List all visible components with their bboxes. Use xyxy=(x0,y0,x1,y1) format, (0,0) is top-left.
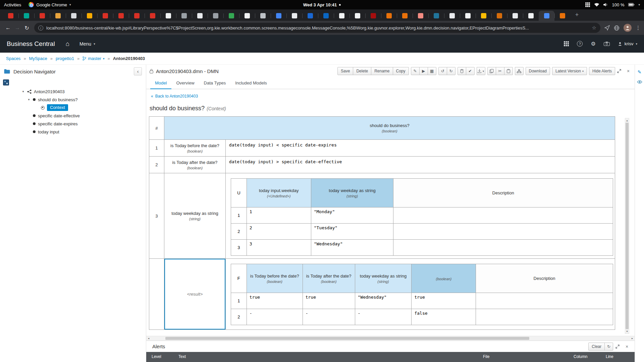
collapse-panel-button[interactable]: ‹ xyxy=(134,67,142,75)
browser-tab[interactable] xyxy=(318,11,334,21)
rule-output-cell[interactable]: "Tuesday" xyxy=(311,224,394,240)
scrollbar-thumb[interactable] xyxy=(626,123,629,329)
rule-description-cell[interactable] xyxy=(476,293,613,309)
column-column[interactable]: Column xyxy=(574,354,606,359)
play-icon[interactable]: ▶ xyxy=(419,67,428,75)
site-info-icon[interactable]: i xyxy=(38,25,43,31)
rule-input-cell[interactable]: - xyxy=(247,309,303,325)
validate-icon[interactable]: ✔ xyxy=(466,67,475,75)
avatar[interactable] xyxy=(624,24,632,32)
wifi-icon[interactable] xyxy=(594,3,599,7)
scrollbar-track[interactable] xyxy=(151,336,630,341)
volume-icon[interactable] xyxy=(603,3,608,7)
tree-item-context[interactable]: Context xyxy=(0,104,146,112)
redo-icon[interactable]: ↻ xyxy=(447,67,455,75)
user-menu[interactable]: krisv ▾ xyxy=(618,41,637,46)
graphs-icon[interactable] xyxy=(3,79,9,85)
browser-tab[interactable] xyxy=(381,11,397,21)
copy-button[interactable]: Copy xyxy=(393,67,409,75)
vertical-scrollbar[interactable]: ▴ ▾ xyxy=(625,118,629,334)
grid-header-cell[interactable]: should do business? (boolean) xyxy=(164,117,615,140)
close-icon[interactable]: × xyxy=(624,344,630,349)
undo-icon[interactable]: ↺ xyxy=(438,67,447,75)
edit-icon[interactable]: ✎ xyxy=(411,67,420,75)
grid-icon[interactable]: ▦ xyxy=(428,67,436,75)
browser-tab[interactable] xyxy=(554,11,570,21)
browser-tab[interactable] xyxy=(66,11,82,21)
rule-input-cell[interactable]: "Wednesday" xyxy=(355,293,412,309)
tree-item-root[interactable]: ▾ Anton20190403 xyxy=(0,87,146,96)
rule-input-cell[interactable]: true xyxy=(303,293,355,309)
caret-down-icon[interactable]: ▾ xyxy=(21,90,25,93)
brand-title[interactable]: Business Central xyxy=(7,40,55,48)
help-icon[interactable]: ? xyxy=(577,41,583,47)
browser-tab[interactable] xyxy=(507,11,523,21)
export-icon[interactable]: ▾ xyxy=(477,67,485,75)
caret-down-icon[interactable]: ▾ xyxy=(27,98,31,101)
input-column-header[interactable]: is Today after the date? (boolean) xyxy=(303,264,355,293)
battery-icon[interactable] xyxy=(628,3,634,6)
rule-output-cell[interactable]: true xyxy=(412,293,476,309)
clear-alerts-button[interactable]: Clear xyxy=(588,343,605,351)
browser-tab[interactable] xyxy=(476,11,491,21)
entry-expression-cell[interactable]: date(today input) > specific date-effect… xyxy=(226,157,615,173)
address-bar[interactable]: i localhost:8080/business-central/kie-wb… xyxy=(34,23,600,33)
tab-model[interactable]: Model xyxy=(150,77,171,89)
paste-icon[interactable] xyxy=(504,67,513,75)
tab-included-models[interactable]: Included Models xyxy=(230,77,272,89)
hit-policy-cell[interactable]: U xyxy=(231,179,247,207)
browser-tab[interactable] xyxy=(350,11,365,21)
cut-icon[interactable]: ✂ xyxy=(496,67,504,75)
browser-tab[interactable] xyxy=(223,11,239,21)
browser-tab[interactable] xyxy=(160,11,176,21)
browser-tab[interactable] xyxy=(129,11,145,21)
breadcrumb-spaces[interactable]: Spaces xyxy=(6,56,20,61)
rule-output-cell[interactable]: "Monday" xyxy=(311,207,394,224)
browser-tab[interactable] xyxy=(113,11,129,21)
browser-tab[interactable] xyxy=(286,11,302,21)
reload-button[interactable]: ↻ xyxy=(22,23,32,33)
browser-tab[interactable] xyxy=(413,11,428,21)
rename-button[interactable]: Rename xyxy=(371,67,393,75)
eye-icon[interactable] xyxy=(637,80,642,84)
browser-tab[interactable] xyxy=(365,11,381,21)
send-icon[interactable] xyxy=(604,25,610,31)
entry-name-cell[interactable]: is Today after the date? (boolean) xyxy=(164,157,226,173)
result-cell[interactable]: <result> xyxy=(164,259,226,330)
rule-input-cell[interactable]: true xyxy=(247,293,303,309)
sitemap-icon[interactable] xyxy=(515,67,524,75)
refresh-icon[interactable]: ↻ xyxy=(604,343,613,351)
browser-tab[interactable] xyxy=(97,11,113,21)
tab-data-types[interactable]: Data Types xyxy=(199,77,231,89)
rule-description-cell[interactable] xyxy=(476,309,613,325)
scroll-left-icon[interactable]: ◂ xyxy=(146,337,151,340)
workspace-grid-icon[interactable] xyxy=(585,2,590,7)
rule-input-cell[interactable]: 3 xyxy=(247,240,311,256)
tab-overview[interactable]: Overview xyxy=(171,77,199,89)
expand-icon[interactable] xyxy=(615,345,622,349)
browser-tab[interactable] xyxy=(428,11,444,21)
gear-icon[interactable]: ⚙ xyxy=(591,41,595,47)
back-link[interactable]: « Back to Anton20190403 xyxy=(151,94,198,99)
input-column-header[interactable]: is Today before the date? (boolean) xyxy=(247,264,303,293)
scroll-down-icon[interactable]: ▾ xyxy=(625,329,629,334)
properties-pencil-icon[interactable]: ✎ xyxy=(638,69,642,75)
browser-tab[interactable] xyxy=(176,11,192,21)
browser-tab[interactable] xyxy=(145,11,160,21)
rule-input-cell[interactable]: 2 xyxy=(247,224,311,240)
browser-tab[interactable] xyxy=(491,11,507,21)
column-level[interactable]: Level xyxy=(146,354,178,359)
chevron-down-icon[interactable]: ▾ xyxy=(638,3,640,6)
rule-output-cell[interactable]: false xyxy=(412,309,476,325)
input-column-header[interactable]: today input.weekday (<Undefined>) xyxy=(247,179,311,207)
description-column-header[interactable]: Description xyxy=(393,179,613,207)
home-icon[interactable]: ⌂ xyxy=(66,40,69,48)
scroll-right-icon[interactable]: ▸ xyxy=(630,337,635,340)
rule-input-cell[interactable]: 1 xyxy=(247,207,311,224)
close-icon[interactable]: × xyxy=(625,68,631,74)
rule-description-cell[interactable] xyxy=(393,207,613,224)
selected-tree-item[interactable]: Context xyxy=(47,104,68,111)
output-column-header[interactable]: (boolean) xyxy=(412,264,476,293)
breadcrumb-myspace[interactable]: MySpace xyxy=(29,56,47,61)
apps-grid-icon[interactable] xyxy=(564,41,569,46)
